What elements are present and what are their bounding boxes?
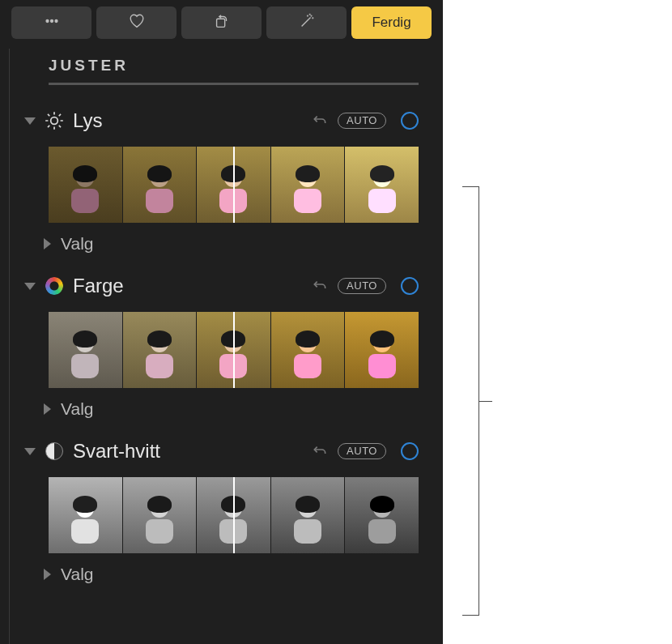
thumb [49, 312, 122, 388]
bw-slider[interactable] [49, 477, 419, 553]
disclosure-color[interactable] [24, 283, 36, 290]
thumb [122, 312, 197, 388]
status-color-toggle[interactable] [401, 277, 419, 295]
svg-point-0 [46, 20, 49, 23]
svg-point-4 [311, 15, 312, 16]
auto-light-button[interactable]: AUTO [338, 113, 386, 129]
svg-point-2 [55, 20, 57, 23]
undo-color-button[interactable] [312, 276, 328, 296]
svg-point-7 [307, 15, 308, 16]
adjust-panel: Ferdig JUSTER Lys AUTO [0, 0, 443, 644]
svg-point-1 [50, 20, 53, 23]
rotate-icon [213, 12, 231, 33]
thumb [344, 147, 419, 223]
thumb [122, 147, 197, 223]
light-slider[interactable] [49, 147, 419, 223]
light-icon [44, 110, 65, 131]
thumb [344, 477, 419, 553]
undo-bw-button[interactable] [312, 441, 328, 461]
options-bw-disclosure[interactable] [44, 569, 51, 580]
thumb [122, 477, 197, 553]
thumb [270, 147, 345, 223]
svg-point-8 [51, 117, 58, 125]
status-bw-toggle[interactable] [401, 442, 419, 460]
section-light-title: Lys [73, 109, 102, 132]
bw-icon [44, 441, 65, 462]
svg-rect-3 [216, 19, 224, 27]
ellipsis-icon [43, 12, 61, 33]
undo-icon [312, 276, 328, 296]
thumb [49, 477, 122, 553]
heart-icon [128, 12, 146, 33]
wand-icon [298, 12, 316, 33]
options-color-label: Valg [61, 399, 93, 419]
undo-light-button[interactable] [312, 111, 328, 130]
undo-icon [312, 111, 328, 130]
svg-point-5 [312, 18, 313, 19]
auto-color-button[interactable]: AUTO [338, 278, 386, 294]
slider-marker [233, 147, 235, 223]
thumb [344, 312, 419, 388]
disclosure-bw[interactable] [24, 448, 36, 455]
done-button-label: Ferdig [372, 15, 410, 31]
options-bw-label: Valg [61, 565, 93, 584]
section-bw: Svart-hvitt AUTO Valg [49, 440, 419, 584]
color-slider[interactable] [49, 312, 419, 388]
auto-bw-button[interactable]: AUTO [338, 443, 386, 459]
rotate-button[interactable] [181, 6, 262, 39]
thumb [270, 312, 345, 388]
slider-marker [233, 312, 235, 388]
slider-marker [233, 477, 235, 553]
options-color-disclosure[interactable] [44, 403, 51, 415]
adjust-content: JUSTER Lys AUTO [0, 47, 443, 584]
more-button[interactable] [11, 6, 91, 39]
section-color: Farge AUTO Valg [49, 275, 419, 419]
section-light: Lys AUTO Valg [49, 109, 419, 254]
options-light-disclosure[interactable] [44, 238, 51, 249]
color-icon [44, 275, 65, 296]
callout-bracket [447, 186, 479, 616]
side-track [9, 49, 11, 644]
adjust-heading: JUSTER [49, 57, 419, 85]
favorite-button[interactable] [96, 6, 177, 39]
section-bw-title: Svart-hvitt [73, 440, 160, 463]
auto-enhance-button[interactable] [266, 6, 347, 39]
done-button[interactable]: Ferdig [351, 6, 432, 39]
disclosure-light[interactable] [24, 117, 36, 125]
undo-icon [312, 441, 328, 461]
thumb [49, 147, 122, 223]
thumb [270, 477, 345, 553]
options-light-label: Valg [61, 234, 93, 254]
section-color-title: Farge [73, 275, 124, 297]
editor-toolbar: Ferdig [0, 0, 443, 47]
svg-point-6 [309, 14, 310, 15]
status-light-toggle[interactable] [401, 112, 419, 130]
